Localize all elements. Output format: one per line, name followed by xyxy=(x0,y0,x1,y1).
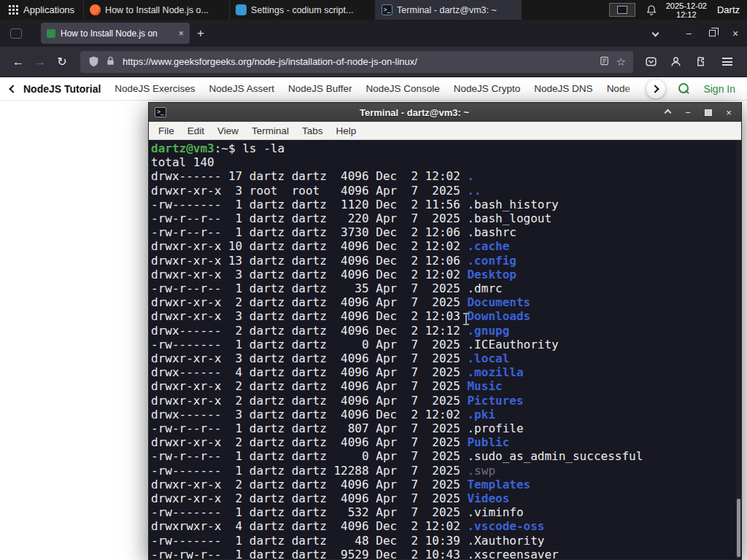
nav-scroll-right-button[interactable] xyxy=(646,79,665,98)
terminal-output: dartz@vm3:~$ ls -latotal 140drwx------ 1… xyxy=(151,141,741,559)
chevron-right-icon xyxy=(651,85,659,93)
taskbar-item-firefox[interactable]: How to Install Node.js o... xyxy=(84,0,230,20)
terminal-line: drwxr-xr-x 2 dartz dartz 4096 Apr 7 2025… xyxy=(151,491,741,505)
terminal-line: drwxrwxr-x 4 dartz dartz 4096 Dec 2 12:0… xyxy=(151,519,741,533)
nav-link[interactable]: NodeJS Crypto xyxy=(454,83,521,94)
firefox-tab-bar: How to Install Node.js on × + − × xyxy=(0,20,747,47)
browser-close-button[interactable]: × xyxy=(724,20,747,47)
terminal-app-icon: >_ xyxy=(155,107,166,117)
terminal-line: drwxr-xr-x 3 dartz dartz 4096 Dec 2 12:0… xyxy=(151,268,741,281)
terminal-shade-button[interactable] xyxy=(662,107,673,117)
extensions-icon[interactable] xyxy=(694,55,707,68)
terminal-line: -rw------- 1 dartz dartz 0 Apr 7 2025 .I… xyxy=(151,338,741,351)
maximize-icon xyxy=(705,109,712,116)
browser-minimize-button[interactable]: − xyxy=(677,20,700,47)
terminal-window: >_ Terminal - dartz@vm3: ~ − × FileEditV… xyxy=(148,102,742,560)
terminal-window-controls: − × xyxy=(662,107,735,117)
taskbar-item-settings[interactable]: Settings - codium script... xyxy=(230,0,376,20)
search-icon[interactable] xyxy=(678,83,690,95)
nav-link[interactable]: NodeJS Exercises xyxy=(115,83,195,94)
terminal-line: drwxr-xr-x 2 dartz dartz 4096 Apr 7 2025… xyxy=(151,379,741,393)
terminal-line: drwx------ 3 dartz dartz 4096 Dec 2 12:0… xyxy=(151,408,741,421)
nav-link[interactable]: NodeJS DNS xyxy=(534,83,592,94)
terminal-titlebar[interactable]: >_ Terminal - dartz@vm3: ~ − × xyxy=(149,103,741,122)
taskbar-item-label: How to Install Node.js o... xyxy=(105,5,209,15)
list-all-tabs-icon[interactable] xyxy=(652,30,659,37)
firefox-toolbar: ← → ↻ https://www.geeksforgeeks.org/node… xyxy=(0,47,747,77)
firefox-view-icon[interactable] xyxy=(10,28,22,39)
terminal-line: -rw------- 1 dartz dartz 532 Apr 7 2025 … xyxy=(151,505,741,519)
workspace-window-icon xyxy=(617,6,627,14)
terminal-menu-terminal[interactable]: Terminal xyxy=(245,125,295,136)
terminal-line: drwxr-xr-x 3 dartz dartz 4096 Dec 2 12:0… xyxy=(151,309,741,323)
terminal-line: -rw-r--r-- 1 dartz dartz 0 Apr 7 2025 .s… xyxy=(151,449,741,463)
terminal-body[interactable]: dartz@vm3:~$ ls -latotal 140drwx------ 1… xyxy=(149,140,741,559)
forward-button[interactable]: → xyxy=(29,55,51,69)
nav-link[interactable]: NodeJS Assert xyxy=(209,83,274,94)
terminal-menu-file[interactable]: File xyxy=(152,125,181,136)
nav-link[interactable]: NodeJS Console xyxy=(365,83,439,94)
mouse-cursor-ibeam xyxy=(465,314,467,324)
terminal-scrollbar[interactable] xyxy=(736,140,741,559)
terminal-title: Terminal - dartz@vm3: ~ xyxy=(166,107,662,118)
terminal-minimize-button[interactable]: − xyxy=(683,107,693,117)
tracking-shield-icon[interactable] xyxy=(88,55,100,68)
terminal-line: drwxr-xr-x 2 dartz dartz 4096 Apr 7 2025… xyxy=(151,435,741,449)
terminal-line: drwxr-xr-x 2 dartz dartz 4096 Apr 7 2025… xyxy=(151,394,741,408)
nav-scroll-left-icon[interactable] xyxy=(9,85,17,93)
reader-mode-icon[interactable] xyxy=(599,55,611,68)
tab-close-icon[interactable]: × xyxy=(178,28,184,38)
terminal-line: -rw-r--r-- 1 dartz dartz 807 Apr 7 2025 … xyxy=(151,421,741,435)
reload-button[interactable]: ↻ xyxy=(51,55,73,69)
terminal-menu-tabs[interactable]: Tabs xyxy=(295,125,330,136)
taskbar-item-label: Settings - codium script... xyxy=(251,5,353,15)
notification-bell-icon[interactable] xyxy=(646,4,657,16)
terminal-menu-edit[interactable]: Edit xyxy=(181,125,211,136)
tab-favicon xyxy=(47,29,55,38)
nav-link[interactable]: NodeJS Tutorial xyxy=(23,83,101,95)
taskbar-item-label: Terminal - dartz@vm3: ~ xyxy=(397,5,497,15)
terminal-line: -rw------- 1 dartz dartz 48 Dec 2 10:39 … xyxy=(151,534,741,548)
applications-menu[interactable]: Applications xyxy=(0,0,84,20)
panel-user[interactable]: Dartz xyxy=(717,4,747,15)
terminal-menu-help[interactable]: Help xyxy=(330,125,363,136)
workspace-pager[interactable] xyxy=(609,3,635,17)
codium-icon xyxy=(236,4,247,15)
clock-date: 2025-12-02 xyxy=(666,1,707,10)
terminal-line: drwx------ 4 dartz dartz 4096 Apr 7 2025… xyxy=(151,365,741,379)
menu-button[interactable] xyxy=(722,58,732,66)
terminal-close-button[interactable]: × xyxy=(724,107,734,117)
panel-clock[interactable]: 2025-12-02 12:12 xyxy=(666,1,707,19)
back-button[interactable]: ← xyxy=(7,55,29,69)
terminal-menu-view[interactable]: View xyxy=(211,125,245,136)
browser-tab-active[interactable]: How to Install Node.js on × xyxy=(41,23,190,44)
url-text: https://www.geeksforgeeks.org/node-js/in… xyxy=(123,56,594,67)
url-bar[interactable]: https://www.geeksforgeeks.org/node-js/in… xyxy=(80,51,633,73)
terminal-line: drwx------ 17 dartz dartz 4096 Dec 2 12:… xyxy=(151,169,741,183)
new-tab-button[interactable]: + xyxy=(197,26,204,41)
terminal-line: total 140 xyxy=(151,155,741,169)
terminal-line: -rw-rw-r-- 1 dartz dartz 9529 Dec 2 10:4… xyxy=(151,548,741,559)
clock-time: 12:12 xyxy=(666,10,707,19)
applications-grid-icon xyxy=(9,5,18,15)
pocket-icon[interactable] xyxy=(645,55,657,68)
terminal-menubar: FileEditViewTerminalTabsHelp xyxy=(149,122,741,140)
terminal-line: drwxr-xr-x 10 dartz dartz 4096 Dec 2 12:… xyxy=(151,239,741,253)
applications-label: Applications xyxy=(23,4,74,15)
terminal-line: -rw-r--r-- 1 dartz dartz 35 Apr 7 2025 .… xyxy=(151,281,741,295)
account-icon[interactable] xyxy=(670,55,682,68)
scrollbar-thumb[interactable] xyxy=(737,499,740,557)
terminal-line: drwxr-xr-x 2 dartz dartz 4096 Apr 7 2025… xyxy=(151,295,741,309)
caret-up-icon xyxy=(664,109,671,116)
terminal-icon: >_ xyxy=(382,4,392,15)
toolbar-right-icons xyxy=(640,55,740,68)
sign-in-button[interactable]: Sign In xyxy=(703,83,735,95)
bookmark-star-icon[interactable]: ☆ xyxy=(616,55,626,69)
nav-link[interactable]: NodeJS Buffer xyxy=(288,83,352,94)
taskbar-item-terminal[interactable]: >_ Terminal - dartz@vm3: ~ xyxy=(376,0,522,20)
browser-restore-button[interactable] xyxy=(700,20,724,47)
terminal-line: drwxr-xr-x 13 dartz dartz 4096 Dec 2 12:… xyxy=(151,254,741,268)
terminal-maximize-button[interactable] xyxy=(703,107,713,117)
lock-icon[interactable] xyxy=(105,55,117,68)
top-panel: Applications How to Install Node.js o...… xyxy=(0,0,747,20)
